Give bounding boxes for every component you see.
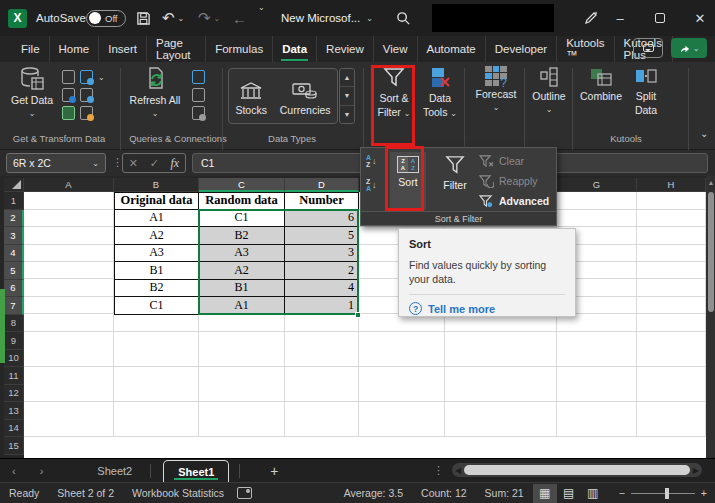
cell-b1[interactable]: Original data	[114, 192, 199, 210]
zoom-slider-thumb[interactable]	[665, 488, 669, 499]
cell-d6[interactable]: 4	[285, 280, 359, 298]
gallery-up-icon[interactable]: ▲	[340, 69, 354, 87]
advanced-menu-item[interactable]: Advanced	[479, 191, 549, 211]
minimize-button[interactable]: –	[605, 0, 635, 36]
page-layout-view-icon[interactable]: ▤	[557, 484, 581, 503]
from-table-range-icon[interactable]	[62, 106, 75, 120]
gallery-more-icon[interactable]: ▼	[340, 106, 354, 123]
properties-icon[interactable]	[192, 88, 205, 102]
vertical-scrollbar[interactable]: ▲	[706, 176, 715, 458]
sort-descending-icon[interactable]: ZA↓	[366, 178, 377, 192]
gallery-down-icon[interactable]: ▼	[340, 87, 354, 105]
from-picture-icon[interactable]	[80, 70, 93, 84]
refresh-all-button[interactable]: Refresh All ⌄	[128, 66, 182, 120]
cell-d4[interactable]: 3	[285, 245, 359, 263]
share-button[interactable]: ⌄	[671, 38, 707, 58]
menu-tab-view[interactable]: View	[374, 36, 418, 62]
row-header-15[interactable]: 15	[4, 437, 24, 455]
ink-pen-icon[interactable]	[583, 0, 599, 36]
menu-tab-developer[interactable]: Developer	[486, 36, 557, 62]
vertical-scroll-thumb[interactable]	[708, 192, 714, 312]
zoom-in-icon[interactable]: +	[701, 487, 707, 499]
row-header-1[interactable]: 1	[4, 192, 24, 210]
cell-c4[interactable]: A3	[199, 245, 285, 263]
cancel-formula-icon[interactable]: ✕	[129, 157, 138, 170]
sheet-tab-sheet2[interactable]: Sheet2	[83, 459, 146, 483]
cell-c5[interactable]: A2	[199, 262, 285, 280]
combine-button[interactable]: Combine	[578, 66, 624, 102]
forecast-button[interactable]: ? Forecast ⌄	[472, 66, 520, 114]
name-box[interactable]: 6R x 2C⌄	[6, 153, 106, 173]
normal-view-icon[interactable]: ▦	[533, 484, 557, 503]
row-header-8[interactable]: 8	[4, 315, 24, 333]
page-break-view-icon[interactable]: ▥	[581, 484, 605, 503]
row-header-14[interactable]: 14	[4, 420, 24, 438]
sort-menu-item[interactable]: ZA AZ Sort	[390, 152, 426, 210]
cell-d5[interactable]: 2	[285, 262, 359, 280]
document-title[interactable]: New Microsof...⌄	[281, 0, 373, 36]
row-header-4[interactable]: 4	[4, 245, 24, 263]
row-header-12[interactable]: 12	[4, 385, 24, 403]
menu-tab-kutools[interactable]: Kutools ™	[557, 36, 614, 62]
maximize-button[interactable]	[645, 0, 675, 36]
column-header-a[interactable]: A	[24, 178, 114, 192]
data-source-settings-icon[interactable]	[80, 106, 93, 120]
cell-b2[interactable]: A1	[114, 210, 199, 228]
scrollbar-grip[interactable]: ⋮	[433, 464, 444, 477]
cell-b4[interactable]: A3	[114, 245, 199, 263]
column-header-d[interactable]: D	[285, 178, 359, 192]
stocks-button[interactable]: Stocks	[235, 81, 267, 116]
selection-fill-handle[interactable]	[355, 312, 361, 318]
new-sheet-button[interactable]: +	[244, 463, 304, 479]
row-header-10[interactable]: 10	[4, 350, 24, 368]
existing-connections-icon[interactable]	[80, 88, 93, 102]
select-all-corner[interactable]	[4, 178, 24, 192]
cell-d1[interactable]: Number	[285, 192, 359, 210]
autosave-toggle[interactable]: Off	[86, 0, 126, 36]
row-header-5[interactable]: 5	[4, 262, 24, 280]
cell-b3[interactable]: A2	[114, 227, 199, 245]
horizontal-scroll-thumb[interactable]	[464, 465, 690, 475]
recent-sources-icon[interactable]	[62, 88, 75, 102]
sheet-tab-sheet1-active[interactable]: Sheet1	[163, 460, 229, 482]
cell-d2[interactable]: 6	[285, 210, 359, 228]
cell-d7[interactable]: 1	[285, 297, 359, 315]
filter-menu-item[interactable]: Filter	[435, 152, 475, 210]
cell-b7[interactable]: C1	[114, 297, 199, 315]
menu-tab-home[interactable]: Home	[50, 36, 100, 62]
cell-c2-active[interactable]: C1	[199, 210, 285, 228]
sort-ascending-icon[interactable]: AZ↓	[366, 154, 377, 168]
currencies-button[interactable]: Currencies	[280, 81, 331, 116]
row-header-13[interactable]: 13	[4, 402, 24, 420]
enter-formula-icon[interactable]: ✓	[150, 157, 159, 170]
cell-area[interactable]: Original data Random data Number A1 C1 6…	[24, 192, 706, 458]
cell-d3[interactable]: 5	[285, 227, 359, 245]
clear-menu-item[interactable]: Clear	[479, 151, 549, 171]
horizontal-scrollbar[interactable]: ◀ ▶	[452, 463, 702, 477]
menu-tab-review[interactable]: Review	[317, 36, 374, 62]
back-arrow-icon[interactable]: ←	[232, 0, 247, 36]
sort-filter-button[interactable]: Sort & Filter ⌄	[374, 66, 414, 120]
tell-me-more-link[interactable]: ? Tell me more	[409, 302, 565, 315]
cell-b6[interactable]: B2	[114, 280, 199, 298]
queries-connections-icon[interactable]	[192, 70, 205, 84]
row-header-7[interactable]: 7	[4, 297, 24, 315]
cell-c3[interactable]: B2	[199, 227, 285, 245]
row-header-2[interactable]: 2	[4, 210, 24, 228]
split-data-button[interactable]: Split Data	[628, 66, 664, 116]
data-tools-button[interactable]: Data Tools ⌄	[420, 66, 460, 120]
get-data-button[interactable]: Get Data ⌄	[10, 66, 54, 120]
scroll-up-icon[interactable]: ▲	[708, 179, 715, 186]
undo-icon[interactable]: ↶⌄	[162, 0, 184, 36]
redo-icon[interactable]: ↷⌄	[198, 0, 220, 36]
column-header-g[interactable]: G	[557, 178, 637, 192]
menu-tab-insert[interactable]: Insert	[99, 36, 147, 62]
ribbon-collapse-chevron-icon[interactable]: ⌄	[700, 128, 708, 139]
from-picture-chevron-icon[interactable]: ⌄	[98, 73, 105, 82]
workbook-statistics-button[interactable]: Workbook Statistics	[123, 487, 233, 499]
save-icon[interactable]	[136, 0, 151, 36]
zoom-slider[interactable]	[631, 493, 695, 494]
menu-tab-data[interactable]: Data	[273, 36, 317, 62]
scroll-right-icon[interactable]: ▶	[690, 466, 702, 475]
row-header-9[interactable]: 9	[4, 332, 24, 350]
